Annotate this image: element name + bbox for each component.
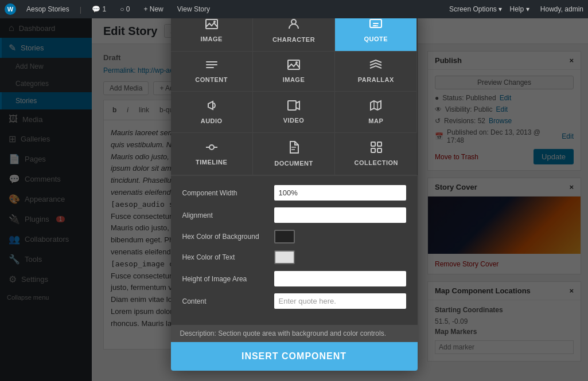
- audio-comp-icon: [206, 100, 217, 114]
- field-hex-text: Hex Color of Text: [182, 250, 406, 264]
- svg-point-1: [213, 21, 216, 23]
- alignment-input[interactable]: [274, 207, 406, 223]
- content-input[interactable]: [274, 293, 406, 309]
- component-btn-collection[interactable]: COLLECTION: [335, 133, 417, 175]
- new-button[interactable]: + New: [140, 3, 166, 15]
- hex-text-swatch[interactable]: [274, 250, 295, 264]
- svg-rect-10: [288, 101, 296, 110]
- description-bar: Description: Section quote area with bac…: [171, 325, 418, 342]
- component-btn-content[interactable]: CONTENT: [171, 52, 253, 92]
- component-btn-timeline[interactable]: TIMELINE: [171, 133, 253, 175]
- component-btn-document[interactable]: DOCUMENT: [253, 133, 335, 175]
- help-btn[interactable]: Help ▾: [510, 5, 529, 13]
- component-grid: IMAGE CHARACTER QUOTE CONTENT: [171, 10, 418, 176]
- document-comp-icon: [289, 141, 299, 156]
- parallax-comp-icon: [369, 60, 382, 73]
- component-btn-image2[interactable]: IMAGE: [253, 52, 335, 92]
- component-btn-audio[interactable]: AUDIO: [171, 92, 253, 133]
- field-hex-bg: Hex Color of Background: [182, 230, 406, 243]
- character-comp-icon: [288, 18, 299, 33]
- content-label: Content: [182, 297, 274, 305]
- field-alignment: Alignment: [182, 207, 406, 223]
- map-comp-icon: [370, 100, 381, 114]
- insert-component-modal: IMAGE CHARACTER QUOTE CONTENT: [171, 10, 418, 371]
- image-height-input[interactable]: [274, 271, 406, 286]
- svg-rect-21: [377, 148, 381, 152]
- image2-comp-icon: [287, 60, 300, 73]
- comments-icon: 💬: [92, 5, 100, 13]
- component-btn-parallax[interactable]: PARALLAX: [335, 52, 417, 92]
- field-content: Content: [182, 293, 406, 309]
- screen-options-btn[interactable]: Screen Options ▾: [449, 5, 502, 13]
- component-width-input[interactable]: [274, 185, 406, 201]
- svg-rect-7: [206, 67, 214, 68]
- svg-rect-19: [377, 142, 381, 146]
- timeline-comp-icon: [205, 142, 218, 155]
- content-comp-icon: [205, 60, 218, 73]
- component-width-label: Component Width: [182, 189, 274, 197]
- collection-comp-icon: [371, 142, 382, 156]
- hex-bg-label: Hex Color of Background: [182, 233, 274, 241]
- component-btn-video[interactable]: VIDEO: [253, 92, 335, 133]
- component-btn-map[interactable]: MAP: [335, 92, 417, 133]
- svg-point-4: [377, 25, 378, 26]
- hex-bg-swatch[interactable]: [274, 230, 295, 243]
- insert-component-button[interactable]: INSERT COMPONENT: [171, 342, 418, 371]
- hex-text-label: Hex Color of Text: [182, 253, 274, 261]
- bubble-icon: ○: [120, 5, 124, 13]
- video-comp-icon: [287, 100, 300, 113]
- site-name[interactable]: Aesop Stories: [23, 3, 73, 15]
- svg-rect-18: [371, 142, 375, 146]
- field-image-height: Height of Image Area: [182, 271, 406, 286]
- quote-comp-icon: [369, 19, 382, 32]
- alignment-label: Alignment: [182, 211, 274, 219]
- svg-rect-20: [371, 148, 375, 152]
- wp-logo[interactable]: W: [5, 3, 16, 15]
- howdy-label: Howdy, admin: [540, 5, 583, 13]
- svg-point-2: [291, 19, 296, 24]
- view-story-link[interactable]: View Story: [174, 3, 213, 15]
- svg-rect-5: [206, 61, 217, 62]
- svg-rect-6: [206, 64, 217, 65]
- modal-overlay[interactable]: IMAGE CHARACTER QUOTE CONTENT: [0, 0, 588, 381]
- image-comp-icon: [205, 19, 218, 32]
- svg-point-9: [295, 61, 298, 64]
- admin-bar: W Aesop Stories | 💬 1 ○ 0 + New View Sto…: [0, 0, 588, 18]
- svg-point-13: [209, 145, 214, 150]
- image-height-label: Height of Image Area: [182, 275, 274, 283]
- component-form: Component Width Alignment Hex Color of B…: [171, 176, 418, 325]
- field-component-width: Component Width: [182, 185, 406, 201]
